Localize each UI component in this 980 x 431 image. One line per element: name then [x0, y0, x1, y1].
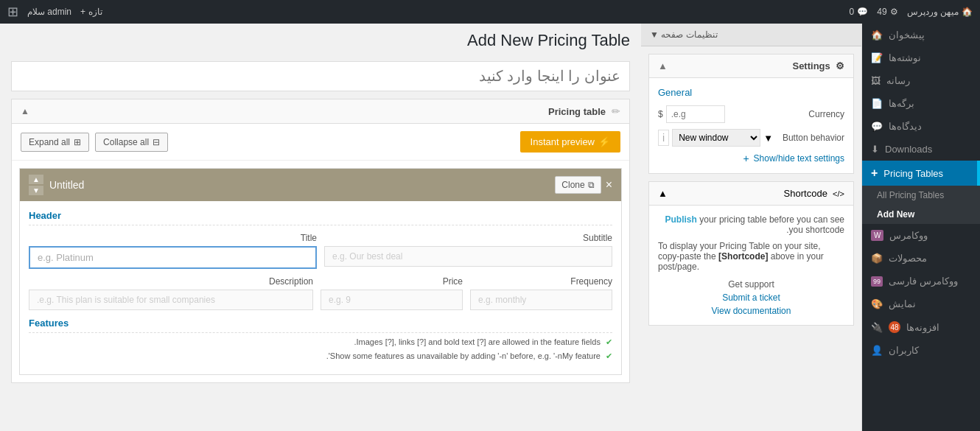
- price-field[interactable]: [321, 290, 463, 310]
- price-col: Price: [321, 276, 463, 310]
- plan-title-field[interactable]: [29, 246, 317, 269]
- media-label: رسانه: [886, 75, 910, 86]
- pricing-table-header-left: Pricing table ✏: [548, 105, 620, 117]
- support-links: Submit a ticket View documentation: [658, 292, 844, 316]
- submenu-all-pricing[interactable]: All Pricing Tables: [862, 186, 980, 205]
- show-hide-plus-icon: +: [743, 153, 749, 164]
- move-buttons: ▲ ▼: [29, 175, 43, 195]
- pricing-table-collapse-icon[interactable]: ▲: [21, 106, 29, 116]
- settings-gear-icon: ⚙: [836, 60, 844, 71]
- woocommerce-label: ووکامرس: [889, 230, 928, 241]
- close-plan-button[interactable]: ×: [606, 176, 612, 194]
- settings-toggle-icon: ▲: [658, 60, 668, 71]
- adminbar-comments[interactable]: 💬 0: [850, 7, 869, 17]
- sidebar-item-plugins[interactable]: افزونه‌ها 48 🔌: [862, 315, 980, 339]
- sidebar-item-media[interactable]: رسانه 🖼: [862, 69, 980, 92]
- features-info-2: ✔ Show some features as unavailable by a…: [29, 351, 612, 361]
- sidebar-item-comments[interactable]: دیدگاه‌ها 💬: [862, 115, 980, 138]
- plugins-badge: 48: [889, 321, 900, 333]
- clone-button[interactable]: Clone ⧉: [555, 176, 601, 194]
- subtitle-col: Subtitle: [324, 233, 612, 269]
- wc-persian-label: ووکامرس فارسی: [889, 276, 958, 287]
- description-col: Description: [29, 276, 313, 310]
- toolbar-left: Expand all ⊞ Collapse all ⊟: [21, 133, 168, 152]
- main-content: Add New Pricing Table ▲ Pricing table ✏ …: [0, 24, 641, 431]
- shortcode-box-toggle[interactable]: ▲ Shortcode </>: [649, 182, 853, 206]
- view-docs-link[interactable]: View documentation: [712, 306, 791, 316]
- settings-box-toggle[interactable]: ▲ Settings ⚙: [649, 55, 853, 78]
- wp-logo-icon[interactable]: ⊞: [7, 4, 18, 20]
- posts-icon: 📝: [871, 52, 883, 63]
- subtitle-label: Subtitle: [324, 233, 612, 243]
- users-label: کاربران: [889, 345, 919, 356]
- submit-ticket-link[interactable]: Submit a ticket: [722, 292, 780, 303]
- adminbar-count-49[interactable]: ⚙ 49: [877, 7, 897, 17]
- move-up-button[interactable]: ▲: [29, 175, 43, 184]
- comment-icon: 💬: [857, 7, 868, 17]
- expand-all-button[interactable]: Expand all ⊞: [21, 133, 89, 152]
- clone-label: Clone: [561, 180, 584, 190]
- sidebar-item-posts[interactable]: نوشته‌ها 📝: [862, 46, 980, 69]
- sidebar-item-woocommerce[interactable]: ووکامرس W: [862, 224, 980, 247]
- features-section-label: Features: [29, 318, 612, 333]
- instant-preview-button[interactable]: Instant preview ⚡: [520, 131, 620, 153]
- shortcode-box: ▲ Shortcode </> Publish your pricing tab…: [648, 181, 854, 326]
- sidebar-item-appearance[interactable]: نمایش 🎨: [862, 292, 980, 315]
- sidebar-item-dashboard[interactable]: پیشخوان 🏠: [862, 24, 980, 46]
- sidebar-item-pages[interactable]: برگه‌ها 📄: [862, 92, 980, 115]
- currency-input[interactable]: [666, 105, 725, 123]
- currency-label: Currency: [808, 109, 844, 119]
- users-icon: 👤: [871, 345, 883, 356]
- dashboard-label: پیشخوان: [889, 29, 925, 41]
- page-settings-label: تنظیمات صفحه ▼: [650, 29, 718, 40]
- expand-icon: ⊞: [74, 137, 81, 147]
- settings-title: Settings ⚙: [792, 60, 844, 71]
- plugins-label: افزونه‌ها: [906, 322, 939, 333]
- info-icon: i: [658, 130, 669, 146]
- show-hide-row: + Show/hide text settings: [658, 153, 844, 164]
- sidebar-item-users[interactable]: کاربران 👤: [862, 339, 980, 362]
- frequency-field[interactable]: [470, 290, 612, 310]
- display-text: To display your Pricing Table on your si…: [658, 241, 844, 272]
- shortcode-box-body: Publish your pricing table before you ca…: [649, 206, 853, 325]
- checkmark-icon-1: ✔: [606, 337, 612, 346]
- sidebar-item-pricing-tables[interactable]: Pricing Tables +: [862, 161, 980, 186]
- show-hide-link[interactable]: Show/hide text settings: [754, 153, 844, 164]
- collapse-all-button[interactable]: Collapse all ⊟: [95, 133, 168, 152]
- pricing-table-container: ▲ Pricing table ✏ Expand all ⊞ Collapse …: [11, 99, 630, 383]
- adminbar-site-name[interactable]: سلام admin: [27, 7, 71, 17]
- plan-card-header: ▲ ▼ Clone ⧉ ×: [20, 169, 621, 201]
- pricing-tables-submenu: All Pricing Tables Add New: [862, 186, 980, 224]
- products-icon: 📦: [871, 253, 883, 264]
- media-icon: 🖼: [871, 75, 881, 86]
- edit-pricing-table-icon[interactable]: ✏: [612, 105, 620, 117]
- general-link[interactable]: General: [658, 87, 844, 98]
- select-arrow: ▼: [763, 133, 773, 144]
- button-behavior-select[interactable]: New window: [672, 129, 760, 147]
- adminbar-new[interactable]: + تازه: [80, 7, 102, 17]
- plan-title-input[interactable]: [49, 179, 549, 191]
- title-input-wrap: [11, 61, 630, 91]
- description-field[interactable]: [29, 290, 313, 310]
- collapse-icon: ⊟: [153, 137, 160, 147]
- shortcode-code-icon: </>: [833, 189, 844, 198]
- plan-subtitle-field[interactable]: [324, 246, 612, 267]
- sidebar-item-wc-persian[interactable]: ووکامرس فارسی 99: [862, 270, 980, 292]
- post-title-input[interactable]: [21, 68, 620, 85]
- adminbar-site-link[interactable]: 🏠 میهن وردپرس: [907, 7, 973, 17]
- sidebar-item-products[interactable]: محصولات 📦: [862, 247, 980, 270]
- pricing-table-title: Pricing table: [548, 106, 606, 117]
- sidebar-item-downloads[interactable]: Downloads ⬇: [862, 138, 980, 161]
- clone-icon: ⧉: [588, 180, 595, 190]
- instant-preview-label: Instant preview: [531, 136, 595, 147]
- page-settings-bar[interactable]: تنظیمات صفحه ▼: [641, 24, 861, 46]
- submenu-add-new[interactable]: Add New: [862, 205, 980, 224]
- plan-card-body: Header Title Subtitle: [20, 201, 621, 374]
- move-down-button[interactable]: ▼: [29, 186, 43, 195]
- home-icon: 🏠: [962, 7, 973, 17]
- table-toolbar: Expand all ⊞ Collapse all ⊟ Instant prev…: [12, 124, 629, 161]
- pages-icon: 📄: [871, 98, 883, 109]
- button-behavior-label: Button behavior: [783, 133, 844, 143]
- shortcode-title: Shortcode </>: [784, 188, 844, 199]
- page-title: Add New Pricing Table: [11, 31, 630, 50]
